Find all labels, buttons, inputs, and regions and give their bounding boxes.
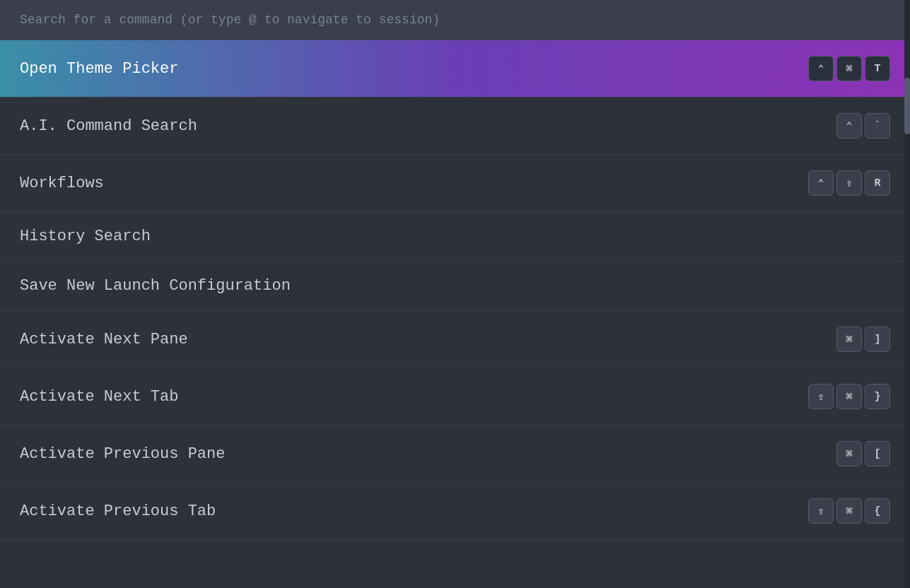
kbd-group: ⌘] xyxy=(836,327,890,352)
menu-item-label: Workflows xyxy=(20,175,104,192)
kbd-key: ⌘ xyxy=(836,384,862,409)
scrollbar-track xyxy=(904,0,910,588)
kbd-key: [ xyxy=(865,441,890,466)
search-bar[interactable] xyxy=(0,0,910,40)
menu-item-history-search[interactable]: History Search xyxy=(0,212,910,261)
kbd-key: ⇧ xyxy=(808,384,834,409)
menu-item-save-new-launch-configuration[interactable]: Save New Launch Configuration xyxy=(0,261,910,311)
kbd-group: ⌃⇧R xyxy=(808,170,890,196)
kbd-key: T xyxy=(865,56,890,81)
kbd-group: ⇧⌘} xyxy=(808,384,890,409)
menu-list: Open Theme Picker⌃⌘TA.I. Command Search⌃… xyxy=(0,40,910,540)
kbd-key: { xyxy=(865,498,890,524)
scrollbar-thumb[interactable] xyxy=(904,78,910,134)
kbd-group: ⌘[ xyxy=(836,441,890,466)
menu-item-label: Open Theme Picker xyxy=(20,60,178,78)
menu-item-activate-next-pane[interactable]: Activate Next Pane⌘] xyxy=(0,311,910,368)
kbd-group: ⌃` xyxy=(836,113,890,139)
menu-item-label: Activate Previous Pane xyxy=(20,445,225,463)
search-input[interactable] xyxy=(20,13,890,27)
command-palette: Open Theme Picker⌃⌘TA.I. Command Search⌃… xyxy=(0,0,910,540)
menu-item-label: A.I. Command Search xyxy=(20,117,197,135)
kbd-key: ⇧ xyxy=(808,498,834,524)
menu-item-open-theme-picker[interactable]: Open Theme Picker⌃⌘T xyxy=(0,40,910,98)
kbd-key: ⌃ xyxy=(836,113,862,139)
kbd-key: ⌘ xyxy=(836,441,862,466)
menu-item-activate-previous-pane[interactable]: Activate Previous Pane⌘[ xyxy=(0,425,910,483)
kbd-key: R xyxy=(865,170,890,196)
menu-item-ai-command-search[interactable]: A.I. Command Search⌃` xyxy=(0,98,910,155)
menu-item-label: Activate Next Pane xyxy=(20,331,188,348)
menu-item-workflows[interactable]: Workflows⌃⇧R xyxy=(0,155,910,212)
menu-item-label: Activate Previous Tab xyxy=(20,502,216,520)
menu-item-label: Save New Launch Configuration xyxy=(20,277,291,295)
kbd-group: ⇧⌘{ xyxy=(808,498,890,524)
kbd-key: ` xyxy=(865,113,890,139)
kbd-key: ⌃ xyxy=(808,170,834,196)
kbd-key: ⌘ xyxy=(836,498,862,524)
menu-item-activate-previous-tab[interactable]: Activate Previous Tab⇧⌘{ xyxy=(0,483,910,540)
kbd-group: ⌃⌘T xyxy=(808,56,890,81)
kbd-key: ⌘ xyxy=(836,327,862,352)
kbd-key: } xyxy=(865,384,890,409)
kbd-key: ⇧ xyxy=(836,170,862,196)
menu-item-activate-next-tab[interactable]: Activate Next Tab⇧⌘} xyxy=(0,368,910,425)
kbd-key: ⌘ xyxy=(836,56,862,81)
menu-item-label: Activate Next Tab xyxy=(20,388,178,406)
kbd-key: ⌃ xyxy=(808,56,834,81)
menu-item-label: History Search xyxy=(20,228,151,245)
kbd-key: ] xyxy=(865,327,890,352)
